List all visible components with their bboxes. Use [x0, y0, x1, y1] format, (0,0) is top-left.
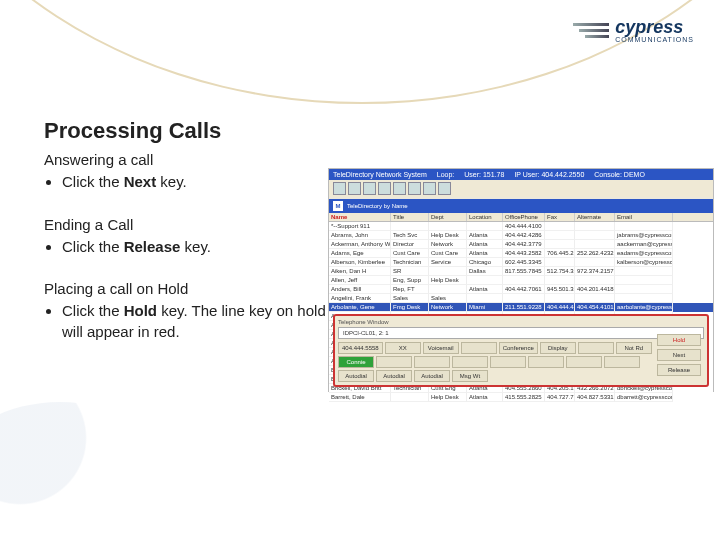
- telephone-window: Telephone Window IDPCI-CL01, 2: 1 404.44…: [333, 314, 709, 387]
- section-ending: Ending a Call Click the Release key.: [44, 215, 344, 258]
- phone-key-row: AutodialAutodialAutodialMsg Wt: [338, 370, 704, 382]
- table-row[interactable]: Angelini, FrankSalesSales: [329, 294, 713, 303]
- col-fax[interactable]: Fax: [545, 213, 575, 221]
- phone-key[interactable]: Display: [540, 342, 576, 354]
- table-row[interactable]: Anders, BillRep, FTAtlanta404.442.706194…: [329, 285, 713, 294]
- phone-key[interactable]: [490, 356, 526, 368]
- col-name[interactable]: Name: [329, 213, 391, 221]
- phone-key-row: 404.444.5558XXVoicemailConferenceDisplay…: [338, 342, 704, 354]
- phone-side-keys: Hold Next Release: [657, 334, 701, 376]
- logo-brand: cypress: [615, 18, 694, 36]
- phone-key[interactable]: [604, 356, 640, 368]
- table-row[interactable]: *--Support 911404.444.4100: [329, 222, 713, 231]
- phone-key[interactable]: Autodial: [338, 370, 374, 382]
- next-button[interactable]: Next: [657, 349, 701, 361]
- page-title: Processing Calls: [44, 118, 221, 144]
- body-text: Answering a call Click the Next key. End…: [44, 150, 344, 364]
- col-title[interactable]: Title: [391, 213, 429, 221]
- table-row[interactable]: Barrett, DaleHelp DeskAtlanta415.555.282…: [329, 393, 713, 402]
- table-row[interactable]: Allen, JeffEng, SuppHelp Desk: [329, 276, 713, 285]
- phone-key[interactable]: [376, 356, 412, 368]
- tool-icon[interactable]: [363, 182, 376, 195]
- table-row[interactable]: Abrams, JohnTech SvcHelp DeskAtlanta404.…: [329, 231, 713, 240]
- phone-display: IDPCI-CL01, 2: 1: [338, 327, 704, 339]
- section-hold: Placing a call on Hold Click the Hold ke…: [44, 279, 344, 342]
- phone-key-row: Connie: [338, 356, 704, 368]
- phone-key[interactable]: Not Rd: [616, 342, 652, 354]
- phone-key[interactable]: Conference: [499, 342, 538, 354]
- phone-title: Telephone Window: [338, 319, 704, 325]
- decorative-arc: [0, 0, 720, 104]
- bullet: Click the Release key.: [62, 237, 344, 257]
- phone-key[interactable]: Autodial: [376, 370, 412, 382]
- hold-button[interactable]: Hold: [657, 334, 701, 346]
- logo-lines-icon: [573, 23, 609, 38]
- tool-icon[interactable]: [348, 182, 361, 195]
- directory-bar: M TeleDirectory by Name: [329, 199, 713, 213]
- tool-icon[interactable]: [378, 182, 391, 195]
- table-row[interactable]: Arbolante, GeneFmg DeskNetworkMiami211.5…: [329, 303, 713, 312]
- tool-icon[interactable]: [393, 182, 406, 195]
- app-titlebar: TeleDirectory Network System Loop: User:…: [329, 169, 713, 180]
- bullet: Click the Next key.: [62, 172, 344, 192]
- tool-icon[interactable]: [438, 182, 451, 195]
- phone-key[interactable]: [566, 356, 602, 368]
- tool-icon[interactable]: [333, 182, 346, 195]
- phone-key[interactable]: [414, 356, 450, 368]
- phone-key[interactable]: [528, 356, 564, 368]
- phone-key[interactable]: [452, 356, 488, 368]
- bullet: Click the Hold key. The line key on hold…: [62, 301, 344, 342]
- app-screenshot: TeleDirectory Network System Loop: User:…: [328, 168, 714, 392]
- phone-key[interactable]: Autodial: [414, 370, 450, 382]
- phone-key[interactable]: Connie: [338, 356, 374, 368]
- decorative-circle: [0, 402, 160, 522]
- col-dept[interactable]: Dept: [429, 213, 467, 221]
- table-row[interactable]: Adams, EgeCust CareCust CareAtlanta404.4…: [329, 249, 713, 258]
- tool-icon[interactable]: [423, 182, 436, 195]
- table-row[interactable]: Alberson, KimberleeTechnicianServiceChic…: [329, 258, 713, 267]
- phone-key[interactable]: 404.444.5558: [338, 342, 383, 354]
- phone-key[interactable]: Voicemail: [423, 342, 459, 354]
- tool-icon[interactable]: [408, 182, 421, 195]
- logo-sub: COMMUNICATIONS: [615, 36, 694, 43]
- section-heading: Ending a Call: [44, 215, 344, 235]
- table-row[interactable]: Ackerman, Anthony WayneDirectorNetworkAt…: [329, 240, 713, 249]
- phone-key[interactable]: [461, 342, 497, 354]
- col-alt[interactable]: Alternate: [575, 213, 615, 221]
- section-heading: Placing a call on Hold: [44, 279, 344, 299]
- col-location[interactable]: Location: [467, 213, 503, 221]
- phone-key[interactable]: [578, 342, 614, 354]
- toolbar: [329, 180, 713, 197]
- slide: cypress COMMUNICATIONS Processing Calls …: [0, 0, 720, 540]
- directory-icon: M: [333, 201, 343, 211]
- col-email[interactable]: Email: [615, 213, 673, 221]
- phone-key[interactable]: XX: [385, 342, 421, 354]
- col-office[interactable]: OfficePhone: [503, 213, 545, 221]
- phone-key[interactable]: Msg Wt: [452, 370, 488, 382]
- section-heading: Answering a call: [44, 150, 344, 170]
- app-name: TeleDirectory Network System: [333, 171, 427, 178]
- table-header: Name Title Dept Location OfficePhone Fax…: [329, 213, 713, 222]
- release-button[interactable]: Release: [657, 364, 701, 376]
- section-answering: Answering a call Click the Next key.: [44, 150, 344, 193]
- logo: cypress COMMUNICATIONS: [573, 18, 694, 43]
- table-row[interactable]: Aiken, Dan HSRDallas817.555.7845512.754.…: [329, 267, 713, 276]
